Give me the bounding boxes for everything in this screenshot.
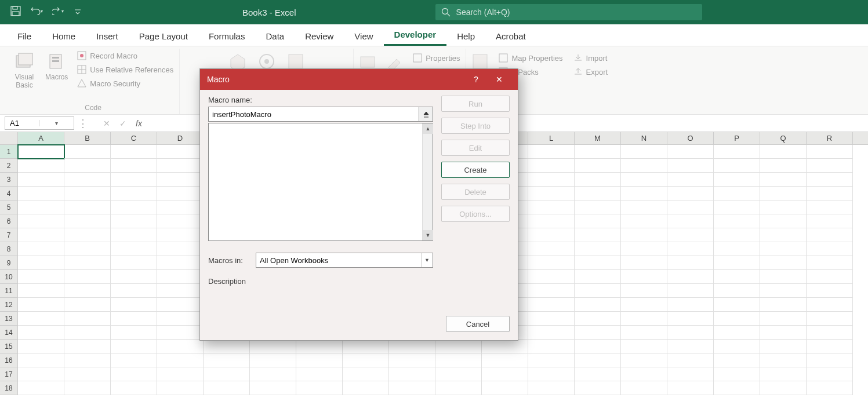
cell[interactable] [157,173,204,187]
cell[interactable] [528,353,575,367]
cell[interactable] [157,242,204,256]
cell[interactable] [807,312,853,326]
cell[interactable] [667,256,714,270]
column-header[interactable]: P [714,132,760,144]
row-header[interactable]: 17 [0,367,18,381]
cell[interactable] [389,367,435,381]
cell[interactable] [760,173,807,187]
cell[interactable] [157,381,204,395]
cell[interactable] [667,228,714,242]
undo-icon[interactable] [30,7,43,17]
column-header[interactable]: D [157,132,204,144]
cell[interactable] [528,200,575,214]
cell[interactable] [575,381,621,395]
cell[interactable] [575,145,621,159]
cell[interactable] [343,353,389,367]
cell[interactable] [157,270,204,284]
cell[interactable] [760,214,807,228]
cell[interactable] [807,242,853,256]
cell[interactable] [714,256,760,270]
cell[interactable] [18,381,64,395]
use-relative-button[interactable]: Use Relative References [75,64,176,75]
cell[interactable] [714,270,760,284]
cell[interactable] [714,298,760,312]
cell[interactable] [111,145,157,159]
cell[interactable] [575,214,621,228]
row-header[interactable]: 4 [0,187,18,200]
column-header[interactable]: N [621,132,667,144]
row-header[interactable]: 2 [0,159,18,173]
cell[interactable] [435,381,482,395]
cell[interactable] [528,381,575,395]
cell[interactable] [111,367,157,381]
cell[interactable] [157,159,204,173]
cell[interactable] [621,242,667,256]
column-header[interactable]: B [64,132,111,144]
cell[interactable] [528,214,575,228]
cell[interactable] [621,159,667,173]
cell[interactable] [667,145,714,159]
cell[interactable] [157,228,204,242]
cell[interactable] [18,159,64,173]
cell[interactable] [528,312,575,326]
cell[interactable] [528,298,575,312]
cell[interactable] [111,256,157,270]
cell[interactable] [621,187,667,200]
macro-security-button[interactable]: Macro Security [75,78,176,89]
cell[interactable] [760,187,807,200]
cell[interactable] [667,353,714,367]
cell[interactable] [760,256,807,270]
cell[interactable] [250,381,296,395]
cell[interactable] [714,381,760,395]
cell[interactable] [714,173,760,187]
cell[interactable] [18,256,64,270]
cell[interactable] [760,145,807,159]
cell[interactable] [760,228,807,242]
cell[interactable] [575,284,621,298]
cell[interactable] [64,312,111,326]
cell[interactable] [760,159,807,173]
cell[interactable] [621,353,667,367]
cell[interactable] [18,228,64,242]
cell[interactable] [621,214,667,228]
cell[interactable] [343,367,389,381]
cell[interactable] [343,381,389,395]
delete-button[interactable]: Delete [441,184,510,200]
cell[interactable] [157,145,204,159]
row-header[interactable]: 10 [0,270,18,284]
properties-button[interactable]: Properties [411,52,462,64]
cell[interactable] [18,173,64,187]
tab-data[interactable]: Data [255,27,295,46]
cell[interactable] [157,367,204,381]
cell[interactable] [111,284,157,298]
cell[interactable] [482,381,528,395]
listbox-scrollbar[interactable]: ▲ ▼ [422,123,433,240]
cell[interactable] [575,367,621,381]
cell[interactable] [18,242,64,256]
tab-home[interactable]: Home [42,27,86,46]
cell[interactable] [18,214,64,228]
fx-icon[interactable]: fx [136,119,142,128]
cell[interactable] [296,353,343,367]
cell[interactable] [250,367,296,381]
cell[interactable] [714,367,760,381]
select-all-corner[interactable] [0,132,18,144]
namebox-expand-icon[interactable]: ⋮ [78,117,86,130]
cell[interactable] [667,312,714,326]
cell[interactable] [435,367,482,381]
cell[interactable] [18,270,64,284]
cell[interactable] [575,200,621,214]
cell[interactable] [760,200,807,214]
cell[interactable] [111,353,157,367]
cell[interactable] [296,367,343,381]
cell[interactable] [64,381,111,395]
save-icon[interactable] [10,6,21,19]
cell[interactable] [435,340,482,353]
cell[interactable] [575,312,621,326]
cell[interactable] [575,228,621,242]
cell[interactable] [807,145,853,159]
cell[interactable] [157,353,204,367]
combo-dropdown-icon[interactable]: ▼ [421,253,433,267]
cell[interactable] [296,381,343,395]
macro-name-input[interactable] [208,107,419,122]
